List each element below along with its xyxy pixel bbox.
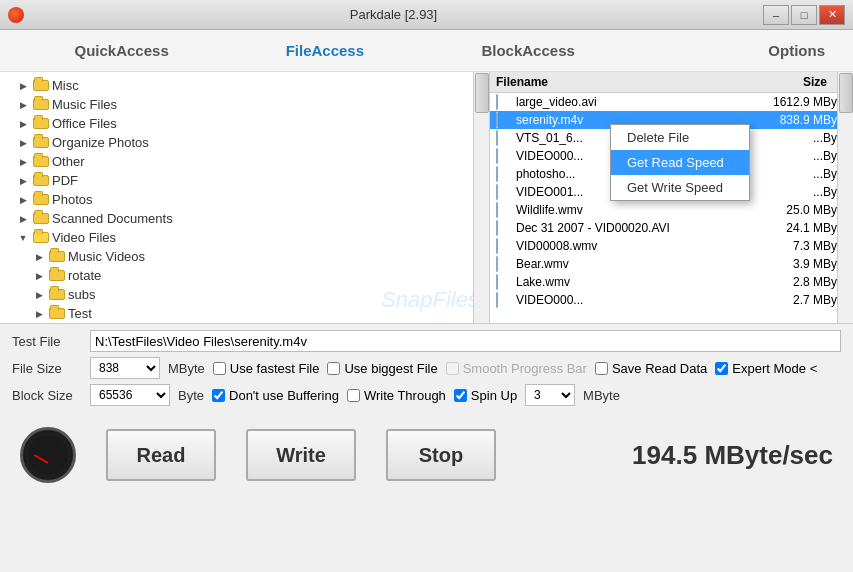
tree-item[interactable]: ▶Music Videos xyxy=(0,247,489,266)
file-scrollbar-thumb[interactable] xyxy=(839,73,853,113)
smooth-progress-checkbox-group: Smooth Progress Bar xyxy=(446,361,587,376)
tree-arrow-icon[interactable]: ▶ xyxy=(32,269,46,283)
file-row[interactable]: large_video.avi1612.9 MByte xyxy=(490,93,853,111)
folder-icon xyxy=(33,174,49,188)
file-type-icon xyxy=(496,167,512,181)
tree-item[interactable]: ▶Misc xyxy=(0,76,489,95)
tree-arrow-icon[interactable]: ▶ xyxy=(32,307,46,321)
write-button[interactable]: Write xyxy=(246,429,356,481)
write-through-checkbox[interactable] xyxy=(347,389,360,402)
tree-item-label: Music Videos xyxy=(68,249,145,264)
tree-item-label: Other xyxy=(52,154,85,169)
nav-options[interactable]: Options xyxy=(630,34,833,67)
file-type-icon xyxy=(496,113,512,127)
maximize-button[interactable]: □ xyxy=(791,5,817,25)
folder-icon xyxy=(33,231,49,245)
save-read-data-checkbox[interactable] xyxy=(595,362,608,375)
no-buffering-checkbox[interactable] xyxy=(212,389,225,402)
tree-arrow-icon[interactable]: ▶ xyxy=(32,288,46,302)
file-type-icon xyxy=(496,221,512,235)
read-button[interactable]: Read xyxy=(106,429,216,481)
tree-item-label: Test xyxy=(68,306,92,321)
file-panel[interactable]: Filename Size large_video.avi1612.9 MByt… xyxy=(490,72,853,323)
nav-quick-access[interactable]: QuickAccess xyxy=(20,34,223,67)
tree-item[interactable]: ▶rotate xyxy=(0,266,489,285)
tree-scrollbar-thumb[interactable] xyxy=(475,73,489,113)
folder-icon xyxy=(33,136,49,150)
tree-arrow-icon[interactable]: ▶ xyxy=(16,98,30,112)
folder-icon xyxy=(49,269,65,283)
gauge-needle xyxy=(34,454,49,464)
tree-arrow-icon[interactable]: ▶ xyxy=(16,136,30,150)
expert-mode-checkbox[interactable] xyxy=(715,362,728,375)
file-row[interactable]: Bear.wmv3.9 MByte xyxy=(490,255,853,273)
write-through-label: Write Through xyxy=(364,388,446,403)
file-row[interactable]: VID00008.wmv7.3 MByte xyxy=(490,237,853,255)
app-icon xyxy=(8,7,24,23)
file-size: 7.3 MByte xyxy=(747,239,847,253)
minimize-button[interactable]: – xyxy=(763,5,789,25)
tree-item[interactable]: ▼Video Files xyxy=(0,228,489,247)
test-file-label: Test File xyxy=(12,334,82,349)
context-menu-item[interactable]: Get Write Speed xyxy=(611,175,749,200)
tree-arrow-icon[interactable]: ▶ xyxy=(16,174,30,188)
tree-arrow-icon[interactable]: ▼ xyxy=(16,231,30,245)
spin-up-checkbox[interactable] xyxy=(454,389,467,402)
tree-arrow-icon[interactable]: ▶ xyxy=(16,155,30,169)
smooth-progress-checkbox[interactable] xyxy=(446,362,459,375)
tree-item[interactable]: ▶Music Files xyxy=(0,95,489,114)
folder-icon xyxy=(33,155,49,169)
test-file-input[interactable] xyxy=(90,330,841,352)
tree-panel[interactable]: ▶Misc▶Music Files▶Office Files▶Organize … xyxy=(0,72,490,323)
block-size-select[interactable]: 65536 xyxy=(90,384,170,406)
tree-item-label: Organize Photos xyxy=(52,135,149,150)
tree-item[interactable]: ▶Photos xyxy=(0,190,489,209)
tree-arrow-icon[interactable]: ▶ xyxy=(32,250,46,264)
file-type-icon xyxy=(496,149,512,163)
spin-up-value-select[interactable]: 3 xyxy=(525,384,575,406)
folder-icon xyxy=(33,98,49,112)
file-scrollbar[interactable] xyxy=(837,72,853,323)
use-fastest-checkbox[interactable] xyxy=(213,362,226,375)
expert-mode-label: Expert Mode < xyxy=(732,361,817,376)
tree-arrow-icon[interactable]: ▶ xyxy=(16,212,30,226)
tree-item-label: Video Files xyxy=(52,230,116,245)
file-size-row: File Size 838 MByte Use fastest File Use… xyxy=(12,357,841,379)
tree-item-label: Scanned Documents xyxy=(52,211,173,226)
nav-block-access[interactable]: BlockAccess xyxy=(427,34,630,67)
tree-item[interactable]: ▶subs xyxy=(0,285,489,304)
tree-item[interactable]: ▶Other xyxy=(0,152,489,171)
speed-display: 194.5 MByte/sec xyxy=(632,440,833,471)
close-button[interactable]: ✕ xyxy=(819,5,845,25)
tree-item[interactable]: ▶Office Files xyxy=(0,114,489,133)
file-size-unit: MByte xyxy=(168,361,205,376)
tree-arrow-icon[interactable]: ▶ xyxy=(16,79,30,93)
tree-arrow-icon[interactable]: ▶ xyxy=(16,193,30,207)
nav-file-access[interactable]: FileAccess xyxy=(223,34,426,67)
use-biggest-checkbox[interactable] xyxy=(327,362,340,375)
save-read-data-checkbox-group: Save Read Data xyxy=(595,361,707,376)
file-row[interactable]: VIDEO000...2.7 MByte xyxy=(490,291,853,309)
file-row[interactable]: Lake.wmv2.8 MByte xyxy=(490,273,853,291)
file-row[interactable]: Dec 31 2007 - VID00020.AVI24.1 MByte xyxy=(490,219,853,237)
file-name: VIDEO000... xyxy=(516,293,747,307)
folder-icon xyxy=(33,193,49,207)
tree-item-label: Office Files xyxy=(52,116,117,131)
tree-arrow-icon[interactable]: ▶ xyxy=(16,117,30,131)
nav-bar: QuickAccess FileAccess BlockAccess Optio… xyxy=(0,30,853,72)
tree-item[interactable]: ▶Test xyxy=(0,304,489,323)
stop-button[interactable]: Stop xyxy=(386,429,496,481)
file-row[interactable]: Wildlife.wmv25.0 MByte xyxy=(490,201,853,219)
file-size-select[interactable]: 838 xyxy=(90,357,160,379)
no-buffering-checkbox-group: Don't use Buffering xyxy=(212,388,339,403)
tree-item[interactable]: ▶Organize Photos xyxy=(0,133,489,152)
tree-scrollbar[interactable] xyxy=(473,72,489,323)
tree-item[interactable]: ▶Scanned Documents xyxy=(0,209,489,228)
file-name: large_video.avi xyxy=(516,95,747,109)
file-size: ...Byte xyxy=(747,149,847,163)
context-menu-item[interactable]: Get Read Speed xyxy=(611,150,749,175)
folder-icon xyxy=(33,117,49,131)
context-menu-item[interactable]: Delete File xyxy=(611,125,749,150)
file-size: 3.9 MByte xyxy=(747,257,847,271)
tree-item[interactable]: ▶PDF xyxy=(0,171,489,190)
